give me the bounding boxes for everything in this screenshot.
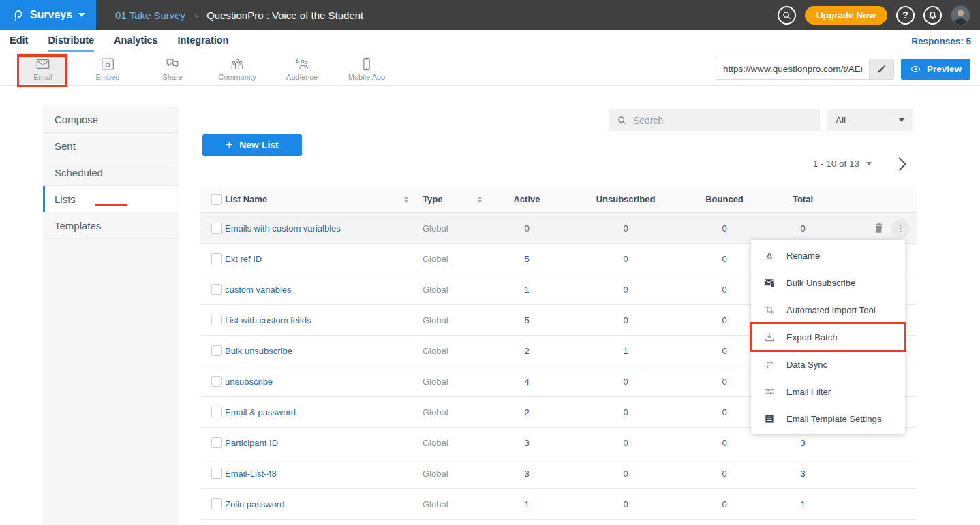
column-active: Active xyxy=(486,194,568,204)
pagination: 1 - 10 of 13 xyxy=(813,159,904,169)
row-checkbox[interactable] xyxy=(211,498,222,509)
topbar: Surveys 01 Take Survey › QuestionPro : V… xyxy=(0,0,980,30)
pagination-label: 1 - 10 of 13 xyxy=(813,159,859,169)
topbar-actions: Upgrade Now ? xyxy=(778,5,970,25)
list-type: Global xyxy=(418,438,486,448)
new-list-button[interactable]: + New List xyxy=(202,134,302,156)
list-name-link[interactable]: Ext ref ID xyxy=(225,254,418,264)
list-name-link[interactable]: Emails with custom varialbles xyxy=(225,223,418,234)
toolbar-item-community[interactable]: Community xyxy=(213,53,261,84)
rename-icon: A xyxy=(763,249,776,261)
mobile-icon xyxy=(359,57,374,71)
toolbar-item-audience[interactable]: $ Audience xyxy=(278,53,326,84)
sidebar-item-lists[interactable]: Lists xyxy=(43,186,179,212)
bounced-count: 0 xyxy=(684,223,765,234)
menu-item-label: Email Filter xyxy=(786,387,831,397)
bounced-count: 0 xyxy=(684,468,765,479)
list-search-input[interactable] xyxy=(633,115,812,126)
list-name-link[interactable]: unsubscribe xyxy=(225,377,418,387)
list-type: Global xyxy=(418,377,486,387)
toolbar-item-email[interactable]: Email xyxy=(19,53,67,84)
breadcrumb-separator: › xyxy=(194,10,198,21)
unsubscribed-count: 0 xyxy=(568,254,684,264)
pagination-dropdown-icon[interactable] xyxy=(866,162,872,165)
unsubscribed-count: 0 xyxy=(568,315,684,325)
list-search-box xyxy=(609,109,820,131)
email-filter-icon xyxy=(763,385,776,398)
active-count: 5 xyxy=(486,315,568,325)
menu-item-email-filter[interactable]: Email Filter xyxy=(751,378,905,405)
sidebar-item-scheduled[interactable]: Scheduled xyxy=(43,159,179,186)
row-checkbox[interactable] xyxy=(211,284,222,295)
upgrade-button[interactable]: Upgrade Now xyxy=(805,6,887,25)
tab-distribute[interactable]: Distribute xyxy=(48,31,94,52)
menu-item-automated-import-tool[interactable]: Automated Import Tool xyxy=(751,296,905,323)
menu-item-data-sync[interactable]: Data Sync xyxy=(751,351,905,378)
row-checkbox[interactable] xyxy=(211,345,222,356)
breadcrumb-survey-link[interactable]: 01 Take Survey xyxy=(115,10,185,21)
row-checkbox[interactable] xyxy=(211,315,222,325)
list-name-link[interactable]: Email-List-48 xyxy=(225,468,418,479)
row-checkbox[interactable] xyxy=(211,468,222,479)
search-icon xyxy=(617,115,627,125)
next-page-button[interactable] xyxy=(893,157,906,171)
product-switcher[interactable]: Surveys xyxy=(0,0,96,30)
list-name-link[interactable]: Participant ID xyxy=(225,438,418,448)
global-search-button[interactable] xyxy=(778,6,796,25)
menu-item-export-batch[interactable]: Export Batch xyxy=(751,323,905,351)
sidebar-item-compose[interactable]: Compose xyxy=(43,106,179,133)
edit-url-button[interactable] xyxy=(869,59,893,79)
sidebar-item-sent[interactable]: Sent xyxy=(43,133,179,159)
column-bounced: Bounced xyxy=(684,194,765,204)
menu-item-email-template-settings[interactable]: Email Template Settings xyxy=(751,405,905,432)
sort-icon[interactable] xyxy=(404,196,408,203)
column-list-name[interactable]: List Name xyxy=(225,194,418,204)
tab-integration[interactable]: Integration xyxy=(178,31,229,52)
automated-import-icon xyxy=(763,304,776,316)
list-filter-dropdown[interactable]: All xyxy=(827,109,913,131)
menu-item-bulk-unsubscribe[interactable]: Bulk Unsubscribe xyxy=(751,269,905,296)
menu-item-rename[interactable]: A Rename xyxy=(751,242,905,269)
responses-count: Responses: 5 xyxy=(911,36,971,52)
row-checkbox[interactable] xyxy=(211,223,222,234)
toolbar-item-mobile-app[interactable]: Mobile App xyxy=(343,53,391,84)
sort-icon[interactable] xyxy=(478,196,482,203)
unsubscribed-count: 0 xyxy=(568,499,684,509)
bulk-unsubscribe-icon xyxy=(763,276,776,289)
preview-button[interactable]: Preview xyxy=(901,59,970,80)
active-count: 0 xyxy=(486,223,568,234)
toolbar-item-share[interactable]: Share xyxy=(149,53,196,84)
notifications-button[interactable] xyxy=(923,6,942,25)
row-checkbox[interactable] xyxy=(211,437,222,448)
list-name-link[interactable]: Email & password. xyxy=(225,407,418,417)
kebab-icon xyxy=(895,223,906,234)
column-type[interactable]: Type xyxy=(418,194,486,204)
help-button[interactable]: ? xyxy=(896,6,915,25)
question-mark-icon: ? xyxy=(902,10,908,20)
select-all-checkbox[interactable] xyxy=(211,194,222,205)
avatar[interactable] xyxy=(951,5,970,25)
list-name-link[interactable]: List with custom feilds xyxy=(225,315,418,325)
toolbar-item-embed[interactable]: Embed xyxy=(84,53,132,84)
toolbar-item-label: Share xyxy=(162,73,182,81)
sidebar-item-label: Sent xyxy=(55,140,76,152)
row-checkbox[interactable] xyxy=(211,376,222,387)
row-context-menu: A Rename Bulk Unsubscribe Automated Impo… xyxy=(751,240,905,434)
unsubscribed-count: 0 xyxy=(568,407,684,417)
list-name-link[interactable]: custom variables xyxy=(225,285,418,295)
tab-analytics[interactable]: Analytics xyxy=(114,31,157,52)
total-count: 3 xyxy=(765,438,840,448)
delete-list-button[interactable] xyxy=(872,221,885,235)
survey-url-input[interactable] xyxy=(716,59,869,79)
toolbar-item-label: Mobile App xyxy=(348,73,385,81)
list-name-link[interactable]: Zolin password xyxy=(225,499,418,509)
sidebar-item-templates[interactable]: Templates xyxy=(43,212,179,239)
row-menu-button[interactable] xyxy=(891,219,910,238)
row-checkbox[interactable] xyxy=(211,253,222,264)
filter-selected-value: All xyxy=(836,115,846,125)
share-icon xyxy=(165,57,180,71)
row-checkbox[interactable] xyxy=(211,407,222,417)
tab-edit[interactable]: Edit xyxy=(10,31,28,52)
bounced-count: 0 xyxy=(684,499,765,509)
list-name-link[interactable]: Bulk unsubscribe xyxy=(225,346,418,356)
